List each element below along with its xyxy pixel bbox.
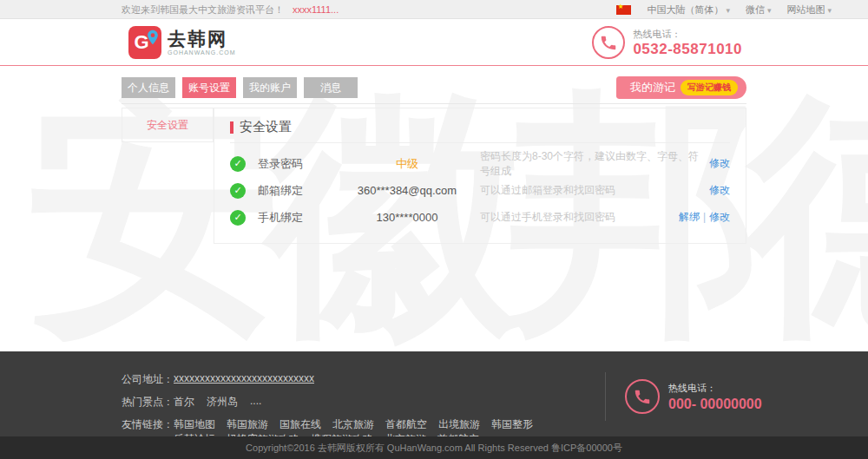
modify-phone-link[interactable]: 修改 — [709, 211, 730, 223]
logo-icon: G — [128, 26, 161, 59]
row-phone-binding: ✓ 手机绑定 130****0000 可以通过手机登录和找回密码 解绑|修改 — [230, 204, 730, 231]
hotline-number: 0532-85871010 — [633, 41, 742, 58]
check-circle-icon: ✓ — [230, 183, 246, 199]
chevron-down-icon: ▾ — [726, 6, 730, 15]
main-content: 个人信息 账号设置 我的账户 消息 我的游记 写游记赚钱 安全设置 安全设置 ✓ — [122, 76, 746, 244]
row-description: 密码长度为8-30个字符，建议由数字、字母、符号组成 — [480, 149, 709, 179]
site-header: G 去韩网 GOHANWANG.COM 热线电话： 0532-85871010 — [0, 19, 868, 66]
site-domain: GOHANWANG.COM — [168, 49, 235, 56]
earn-money-badge: 写游记赚钱 — [681, 80, 738, 95]
sidebar-item-security[interactable]: 安全设置 — [147, 118, 188, 133]
header-hotline: 热线电话： 0532-85871010 — [592, 26, 742, 59]
tab-personal-info[interactable]: 个人信息 — [122, 77, 175, 98]
logo-text: 去韩网 GOHANWANG.COM — [168, 30, 235, 56]
bound-phone: 130****0000 — [334, 211, 480, 224]
address-label: 公司地址： — [122, 372, 174, 387]
my-travel-notes-button[interactable]: 我的游记 写游记赚钱 — [616, 76, 746, 99]
phone-icon — [592, 26, 625, 59]
company-address-row: 公司地址： xxxxxxxxxxxxxxxxxxxxxxxxxxx — [122, 372, 595, 387]
friend-link[interactable]: 出境旅游 — [438, 418, 480, 430]
footer-hotline-label: 热线电话： — [668, 382, 762, 395]
friend-link[interactable]: 北京旅游 — [332, 418, 374, 430]
hotline-label: 热线电话： — [633, 28, 742, 41]
action-separator: | — [703, 211, 706, 223]
tab-my-account[interactable]: 我的账户 — [243, 77, 297, 98]
address-value: xxxxxxxxxxxxxxxxxxxxxxxxxxx — [174, 372, 314, 387]
phone-icon — [625, 379, 660, 414]
wechat-menu[interactable]: 微信▾ — [746, 3, 772, 16]
row-label: 邮箱绑定 — [258, 183, 334, 199]
spots-label: 热门景点： — [122, 395, 174, 410]
site-name: 去韩网 — [168, 30, 235, 48]
friend-link[interactable]: 国旅在线 — [279, 418, 321, 430]
friend-link[interactable]: 首都航空 — [385, 418, 427, 430]
tab-messages[interactable]: 消息 — [304, 77, 358, 98]
spot-link-seoul[interactable]: 首尔 — [174, 395, 194, 410]
footer-hotline: 热线电话： 000- 00000000 — [605, 372, 762, 421]
copyright-bar: Copyright©2016 去韩网版权所有 QuHanWang.com All… — [0, 436, 868, 459]
travel-notes-label: 我的游记 — [630, 80, 675, 95]
footer-hotline-number: 000- 00000000 — [668, 397, 762, 412]
topbar: 欢迎来到韩国最大中文旅游资讯平台！ xxxx1111... ★ 中国大陆（简体）… — [0, 0, 868, 19]
flag-star: ★ — [617, 3, 623, 10]
page-root: 安徽邦德 欢迎来到韩国最大中文旅游资讯平台！ xxxx1111... ★ 中国大… — [0, 0, 868, 459]
row-login-password: ✓ 登录密码 中级 密码长度为8-30个字符，建议由数字、字母、符号组成 修改 — [230, 150, 730, 177]
hot-spots-row: 热门景点： 首尔 济州岛 .... — [122, 395, 595, 410]
chevron-down-icon: ▾ — [767, 6, 772, 15]
panel-header: 安全设置 — [230, 119, 730, 143]
row-label: 登录密码 — [258, 156, 334, 172]
security-settings-panel: 安全设置 ✓ 登录密码 中级 密码长度为8-30个字符，建议由数字、字母、符号组… — [214, 108, 746, 244]
unbind-phone-link[interactable]: 解绑 — [679, 211, 700, 223]
title-accent-bar — [230, 121, 233, 134]
chevron-down-icon: ▾ — [827, 6, 832, 15]
map-pin-icon — [147, 30, 159, 45]
account-tabs: 个人信息 账号设置 我的账户 消息 我的游记 写游记赚钱 — [122, 76, 746, 104]
row-email-binding: ✓ 邮箱绑定 360***384@qq.com 可以通过邮箱登录和找回密码 修改 — [230, 177, 730, 204]
spot-link-more[interactable]: .... — [250, 395, 261, 410]
site-logo[interactable]: G 去韩网 GOHANWANG.COM — [128, 26, 235, 59]
sitemap-menu[interactable]: 网站地图▾ — [786, 3, 832, 16]
friend-link[interactable]: 韩国旅游 — [227, 418, 268, 430]
password-strength: 中级 — [334, 156, 480, 172]
check-circle-icon: ✓ — [230, 210, 246, 226]
panel-title: 安全设置 — [240, 119, 292, 135]
region-label: 中国大陆（简体） — [647, 4, 723, 15]
modify-email-link[interactable]: 修改 — [709, 184, 730, 196]
row-description: 可以通过手机登录和找回密码 — [480, 210, 679, 225]
region-selector[interactable]: 中国大陆（简体）▾ — [647, 3, 730, 16]
bound-email: 360***384@qq.com — [334, 184, 480, 197]
check-circle-icon: ✓ — [230, 156, 246, 172]
welcome-text: 欢迎来到韩国最大中文旅游资讯平台！ — [122, 3, 284, 16]
modify-password-link[interactable]: 修改 — [709, 157, 730, 169]
row-description: 可以通过邮箱登录和找回密码 — [480, 183, 709, 198]
china-flag-icon: ★ — [616, 5, 631, 15]
wechat-label: 微信 — [746, 4, 765, 15]
spot-link-jeju[interactable]: 济州岛 — [207, 395, 238, 410]
friend-link[interactable]: 韩国整形 — [491, 418, 533, 430]
friend-link[interactable]: 韩国地图 — [174, 418, 215, 430]
tab-account-settings[interactable]: 账号设置 — [182, 77, 236, 98]
site-footer: 公司地址： xxxxxxxxxxxxxxxxxxxxxxxxxxx 热门景点： … — [0, 351, 868, 436]
user-account-link[interactable]: xxxx1111... — [293, 4, 339, 15]
sitemap-label: 网站地图 — [786, 4, 825, 15]
settings-sidebar: 安全设置 — [122, 108, 214, 142]
row-label: 手机绑定 — [258, 210, 334, 226]
